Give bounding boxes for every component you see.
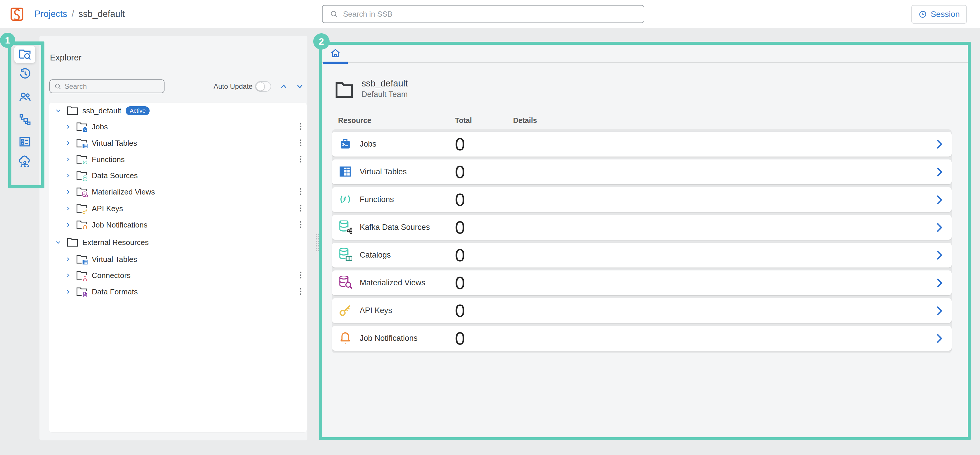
session-label: Session <box>931 10 960 19</box>
chevron-right-icon[interactable] <box>65 140 71 147</box>
global-search-input[interactable] <box>343 10 644 19</box>
tree-item-jobs[interactable]: Jobs <box>49 122 307 132</box>
breadcrumb-projects-link[interactable]: Projects <box>35 9 67 19</box>
explorer-search[interactable] <box>49 79 164 93</box>
kebab-menu-icon[interactable] <box>299 271 302 280</box>
resource-total: 0 <box>455 243 465 268</box>
resource-row-job-notifications[interactable]: Job Notifications0 <box>332 326 952 351</box>
tree-item-external-resources[interactable]: External Resources <box>49 237 307 248</box>
chevron-right-icon[interactable] <box>65 256 71 263</box>
tree-item-label: Connectors <box>92 271 130 280</box>
global-search[interactable] <box>322 5 644 23</box>
expand-down-icon[interactable] <box>296 82 304 90</box>
tree-item-data-sources[interactable]: Data Sources <box>49 170 307 181</box>
chevron-right-icon[interactable] <box>936 195 943 205</box>
folder-icon <box>76 170 88 181</box>
tree-item-job-notifications[interactable]: Job Notifications <box>49 220 307 230</box>
kebab-menu-icon[interactable] <box>299 287 302 296</box>
collapse-up-icon[interactable] <box>280 82 288 90</box>
kebab-menu-icon[interactable] <box>299 204 302 213</box>
tree-item-label: Data Sources <box>92 171 138 180</box>
annotation-badge-1: 1 <box>0 33 15 48</box>
chevron-right-icon[interactable] <box>936 278 943 288</box>
chevron-right-icon[interactable] <box>65 156 71 163</box>
folder-icon <box>76 137 88 149</box>
auto-update-label: Auto Update <box>213 82 253 90</box>
side-nav-item-history[interactable] <box>18 67 32 80</box>
kafka-icon <box>338 220 352 234</box>
side-nav-item-explorer[interactable] <box>18 47 32 61</box>
session-button[interactable]: Session <box>912 5 967 24</box>
search-icon <box>329 10 338 18</box>
breadcrumb-current: ssb_default <box>79 9 125 19</box>
tree-item-label: ssb_default <box>83 106 121 115</box>
tree-item-data-formats[interactable]: Data Formats <box>49 287 307 297</box>
chevron-down-icon[interactable] <box>55 239 62 246</box>
cloud-network-icon <box>18 155 32 168</box>
side-nav-item-cloud[interactable] <box>18 155 32 168</box>
tree-item-virtual-tables[interactable]: Virtual Tables <box>49 138 307 148</box>
kebab-menu-icon[interactable] <box>299 122 302 131</box>
search-icon <box>54 82 62 90</box>
board-icon <box>18 135 32 148</box>
resource-label: API Keys <box>360 306 392 315</box>
resource-row-jobs[interactable]: Jobs0 <box>332 132 952 157</box>
key-icon <box>338 304 352 317</box>
resource-row-virtual-tables[interactable]: Virtual Tables0 <box>332 159 952 184</box>
folder-icon <box>76 254 88 265</box>
tree-item-functions[interactable]: Functions <box>49 154 307 165</box>
resource-label: Job Notifications <box>360 334 418 343</box>
users-icon <box>18 90 32 104</box>
chevron-right-icon[interactable] <box>65 172 71 179</box>
kebab-menu-icon[interactable] <box>299 155 302 164</box>
tree-item-label: Virtual Tables <box>92 139 137 148</box>
side-nav-item-pipelines[interactable] <box>18 113 32 126</box>
history-icon <box>18 67 32 80</box>
side-nav-item-forms[interactable] <box>18 135 32 148</box>
chevron-right-icon[interactable] <box>936 222 943 233</box>
tree-item-ssb_default[interactable]: ssb_defaultActive <box>49 105 307 116</box>
chevron-right-icon[interactable] <box>65 123 71 130</box>
chevron-down-icon[interactable] <box>55 107 62 114</box>
tree-item-label: External Resources <box>83 238 149 247</box>
resource-row-functions[interactable]: Functions0 <box>332 187 952 212</box>
chevron-right-icon[interactable] <box>65 288 71 295</box>
chevron-right-icon[interactable] <box>65 205 71 212</box>
auto-update-toggle[interactable] <box>255 81 271 92</box>
catalog-icon <box>338 248 352 262</box>
resource-row-materialized-views[interactable]: Materialized Views0 <box>332 270 952 295</box>
project-team: Default Team <box>361 90 408 99</box>
chevron-right-icon[interactable] <box>936 306 943 316</box>
active-tab-underline <box>323 62 348 63</box>
resource-row-kafka-data-sources[interactable]: Kafka Data Sources0 <box>332 215 952 240</box>
tree-item-label: Data Formats <box>92 287 138 296</box>
project-title: ssb_default <box>361 78 408 89</box>
tree-item-materialized-views[interactable]: Materialized Views <box>49 187 307 197</box>
resource-label: Jobs <box>360 140 376 149</box>
chevron-right-icon[interactable] <box>65 272 71 279</box>
resource-total: 0 <box>455 215 465 240</box>
panel-splitter-handle[interactable] <box>316 234 319 251</box>
explorer-search-input[interactable] <box>65 82 164 90</box>
tree-item-virtual-tables[interactable]: Virtual Tables <box>49 254 307 265</box>
resource-row-catalogs[interactable]: Catalogs0 <box>332 243 952 268</box>
chevron-right-icon[interactable] <box>936 167 943 177</box>
chevron-right-icon[interactable] <box>936 333 943 344</box>
kebab-menu-icon[interactable] <box>299 139 302 147</box>
kebab-menu-icon[interactable] <box>299 220 302 229</box>
chevron-right-icon[interactable] <box>65 189 71 195</box>
chevron-right-icon[interactable] <box>65 221 71 228</box>
kebab-menu-icon[interactable] <box>299 187 302 196</box>
tree-item-api-keys[interactable]: API Keys <box>49 203 307 214</box>
chevron-right-icon[interactable] <box>936 139 943 149</box>
resource-row-api-keys[interactable]: API Keys0 <box>332 298 952 323</box>
side-nav-item-teams[interactable] <box>18 90 32 104</box>
folder-icon <box>76 219 88 231</box>
tree-item-connectors[interactable]: Connectors <box>49 270 307 281</box>
col-header-details: Details <box>513 116 537 125</box>
tree-item-label: Virtual Tables <box>92 255 137 264</box>
folder-icon <box>76 270 88 281</box>
app-logo-icon[interactable] <box>11 7 23 21</box>
explorer-panel: Explorer Auto Update ssb_defaultActiveJo… <box>40 36 307 441</box>
chevron-right-icon[interactable] <box>936 250 943 260</box>
